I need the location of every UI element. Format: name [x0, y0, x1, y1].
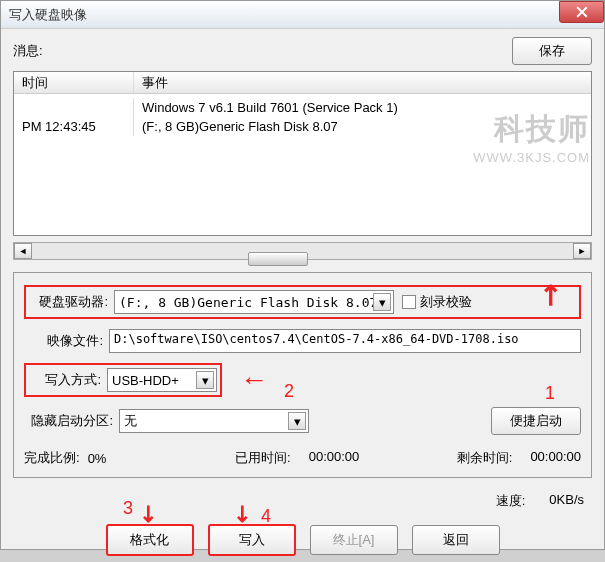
- annotation-arrow: ←: [240, 364, 268, 396]
- image-file-label: 映像文件:: [24, 332, 109, 350]
- settings-panel: 硬盘驱动器: (F:, 8 GB)Generic Flash Disk 8.07…: [13, 272, 592, 478]
- drive-select[interactable]: (F:, 8 GB)Generic Flash Disk 8.07 ▾: [114, 290, 394, 314]
- annotation-number-1: 1: [545, 383, 555, 404]
- verify-label: 刻录校验: [420, 293, 472, 311]
- scroll-left-arrow[interactable]: ◄: [14, 243, 32, 259]
- log-header: 时间 事件: [14, 72, 591, 94]
- log-col-time[interactable]: 时间: [14, 72, 134, 93]
- elapsed-label: 已用时间:: [235, 449, 291, 467]
- scroll-right-arrow[interactable]: ►: [573, 243, 591, 259]
- dialog-window: 写入硬盘映像 消息: 保存 时间 事件 Windows 7 v6.1 Build…: [0, 0, 605, 550]
- close-icon: [576, 6, 588, 18]
- image-file-field[interactable]: D:\software\ISO\centos7.4\CentOS-7.4-x86…: [109, 329, 581, 353]
- remain-label: 剩余时间:: [457, 449, 513, 467]
- log-row[interactable]: PM 12:43:45 (F:, 8 GB)Generic Flash Disk…: [14, 117, 591, 136]
- log-col-event[interactable]: 事件: [134, 72, 591, 93]
- back-button[interactable]: 返回: [412, 525, 500, 555]
- verify-checkbox[interactable]: [402, 295, 416, 309]
- hide-boot-label: 隐藏启动分区:: [24, 412, 119, 430]
- message-label: 消息:: [13, 42, 512, 60]
- elapsed-value: 00:00:00: [309, 449, 360, 467]
- annotation-number-2: 2: [284, 381, 294, 402]
- abort-button[interactable]: 终止[A]: [310, 525, 398, 555]
- speed-value: 0KB/s: [549, 492, 584, 510]
- titlebar: 写入硬盘映像: [1, 1, 604, 29]
- log-row[interactable]: Windows 7 v6.1 Build 7601 (Service Pack …: [14, 98, 591, 117]
- scroll-thumb[interactable]: [248, 252, 308, 266]
- drive-label: 硬盘驱动器:: [29, 293, 114, 311]
- write-button[interactable]: 写入: [208, 524, 296, 556]
- quick-boot-button[interactable]: 便捷启动: [491, 407, 581, 435]
- write-mode-select[interactable]: USB-HDD+ ▾: [107, 368, 217, 392]
- annotation-number-4: 4: [261, 506, 271, 527]
- write-mode-label: 写入方式:: [29, 371, 107, 389]
- format-button[interactable]: 格式化: [106, 524, 194, 556]
- save-button[interactable]: 保存: [512, 37, 592, 65]
- hide-boot-select[interactable]: 无 ▾: [119, 409, 309, 433]
- window-title: 写入硬盘映像: [9, 6, 87, 24]
- done-pct-value: 0%: [88, 451, 138, 466]
- dropdown-arrow-icon: ▾: [196, 371, 214, 389]
- horizontal-scrollbar[interactable]: ◄ ►: [13, 242, 592, 260]
- done-pct-label: 完成比例:: [24, 449, 80, 467]
- remain-value: 00:00:00: [530, 449, 581, 467]
- close-button[interactable]: [559, 1, 604, 23]
- dropdown-arrow-icon: ▾: [288, 412, 306, 430]
- log-list[interactable]: 时间 事件 Windows 7 v6.1 Build 7601 (Service…: [13, 71, 592, 236]
- speed-label: 速度:: [496, 492, 526, 510]
- dropdown-arrow-icon: ▾: [373, 293, 391, 311]
